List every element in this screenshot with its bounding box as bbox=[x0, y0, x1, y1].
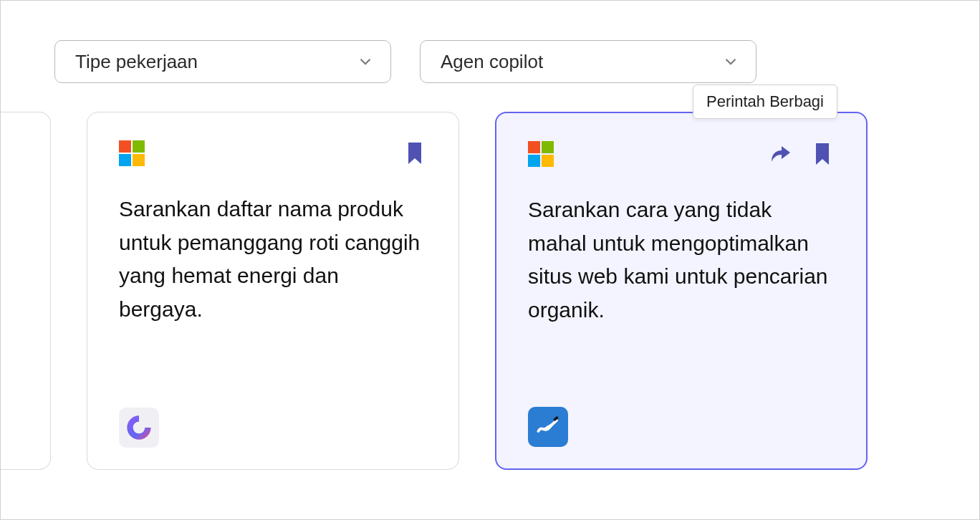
chevron-down-icon bbox=[721, 52, 740, 71]
dropdown-job-type[interactable]: Tipe pekerjaan bbox=[54, 40, 391, 83]
bookmark-button[interactable] bbox=[810, 142, 835, 166]
bookmark-button[interactable] bbox=[403, 141, 427, 165]
prompt-card[interactable]: Sarankan daftar nama produk untuk pemang… bbox=[87, 112, 459, 470]
share-icon bbox=[770, 144, 792, 164]
filter-row: Tipe pekerjaan Agen copilot bbox=[1, 1, 979, 83]
app-badge-whiteboard bbox=[528, 407, 568, 447]
prompt-card-selected[interactable]: Perintah Berbagi Sarankan cara yang tida… bbox=[495, 112, 868, 470]
prompt-text: Sarankan daftar nama produk untuk pemang… bbox=[119, 193, 427, 408]
share-tooltip: Perintah Berbagi bbox=[693, 85, 837, 119]
card-header bbox=[528, 140, 835, 168]
app-badge-loop bbox=[119, 408, 159, 448]
loop-icon bbox=[125, 413, 153, 442]
microsoft-logo-icon bbox=[119, 140, 145, 166]
chevron-down-icon bbox=[356, 52, 375, 71]
card-header bbox=[119, 140, 427, 167]
share-button[interactable] bbox=[769, 142, 793, 166]
dropdown-agent[interactable]: Agen copilot bbox=[420, 40, 756, 83]
microsoft-logo-icon bbox=[528, 141, 554, 167]
prompt-card-partial[interactable] bbox=[0, 112, 51, 470]
dropdown-job-type-label: Tipe pekerjaan bbox=[75, 51, 198, 73]
dropdown-agent-label: Agen copilot bbox=[441, 51, 543, 73]
bookmark-icon bbox=[814, 143, 831, 165]
bookmark-icon bbox=[406, 143, 423, 164]
whiteboard-icon bbox=[535, 414, 561, 440]
cards-row: Sarankan daftar nama produk untuk pemang… bbox=[0, 83, 979, 470]
prompt-text: Sarankan cara yang tidak mahal untuk men… bbox=[528, 193, 835, 407]
